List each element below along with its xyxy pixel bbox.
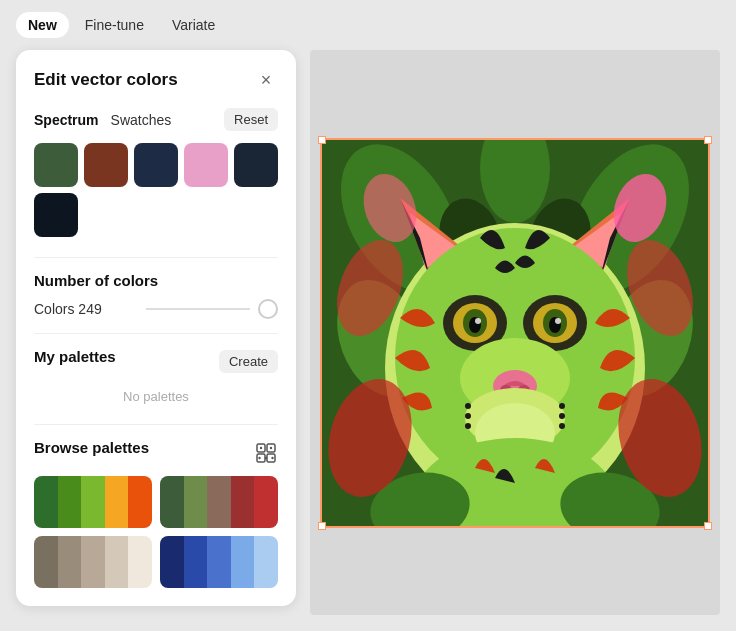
browse-palette-grid: [34, 476, 278, 588]
color-swatch-3[interactable]: [134, 143, 178, 187]
colors-track-container[interactable]: [146, 299, 250, 319]
color-swatch-5[interactable]: [234, 143, 278, 187]
svg-rect-2: [257, 454, 265, 462]
svg-point-34: [475, 318, 481, 324]
svg-point-8: [265, 456, 267, 458]
my-palettes-label: My palettes: [34, 348, 116, 365]
color-swatch-4[interactable]: [184, 143, 228, 187]
tiger-illustration: [320, 138, 710, 528]
svg-point-43: [465, 423, 471, 429]
color-swatch-1[interactable]: [34, 143, 78, 187]
browse-palette-3[interactable]: [34, 536, 152, 588]
subtab-spectrum[interactable]: Spectrum: [34, 112, 99, 128]
shuffle-icon[interactable]: [254, 441, 278, 465]
svg-point-4: [260, 446, 262, 448]
color-swatch-6[interactable]: [34, 193, 78, 237]
number-of-colors-section: Number of colors Colors 249: [34, 272, 278, 319]
subtab-swatches[interactable]: Swatches: [111, 112, 172, 128]
divider-2: [34, 333, 278, 334]
colors-slider-handle[interactable]: [258, 299, 278, 319]
browse-palette-2[interactable]: [160, 476, 278, 528]
svg-point-45: [559, 413, 565, 419]
svg-point-6: [258, 456, 260, 458]
browse-palette-1[interactable]: [34, 476, 152, 528]
canvas-area: [310, 50, 720, 615]
color-swatch-2[interactable]: [84, 143, 128, 187]
sub-tabs: Spectrum Swatches Reset: [34, 108, 278, 131]
divider-3: [34, 424, 278, 425]
number-of-colors-label: Number of colors: [34, 272, 278, 289]
svg-point-35: [555, 318, 561, 324]
no-palettes-text: No palettes: [34, 383, 278, 410]
tab-new[interactable]: New: [16, 12, 69, 38]
colors-track: [146, 308, 250, 310]
svg-point-7: [271, 456, 273, 458]
tab-variate[interactable]: Variate: [160, 12, 227, 38]
svg-point-44: [559, 403, 565, 409]
create-palette-button[interactable]: Create: [219, 350, 278, 373]
colors-slider-row: Colors 249: [34, 299, 278, 319]
panel-header: Edit vector colors ×: [34, 68, 278, 92]
svg-point-5: [270, 446, 272, 448]
colors-slider-label: Colors 249: [34, 301, 138, 317]
tiger-svg: [320, 138, 710, 528]
edit-vector-colors-panel: Edit vector colors × Spectrum Swatches R…: [16, 50, 296, 606]
browse-palettes-header: Browse palettes: [34, 439, 278, 466]
tab-bar: New Fine-tune Variate: [16, 12, 227, 38]
svg-rect-3: [267, 454, 275, 462]
my-palettes-section: My palettes Create No palettes: [34, 348, 278, 410]
panel-title: Edit vector colors: [34, 70, 178, 90]
divider-1: [34, 257, 278, 258]
close-button[interactable]: ×: [254, 68, 278, 92]
reset-button[interactable]: Reset: [224, 108, 278, 131]
svg-point-41: [465, 403, 471, 409]
svg-point-46: [559, 423, 565, 429]
svg-point-42: [465, 413, 471, 419]
browse-palettes-label: Browse palettes: [34, 439, 149, 456]
browse-palettes-section: Browse palettes: [34, 439, 278, 588]
color-swatches-container: [34, 143, 278, 237]
my-palettes-header: My palettes Create: [34, 348, 278, 375]
browse-palette-4[interactable]: [160, 536, 278, 588]
tab-finetune[interactable]: Fine-tune: [73, 12, 156, 38]
